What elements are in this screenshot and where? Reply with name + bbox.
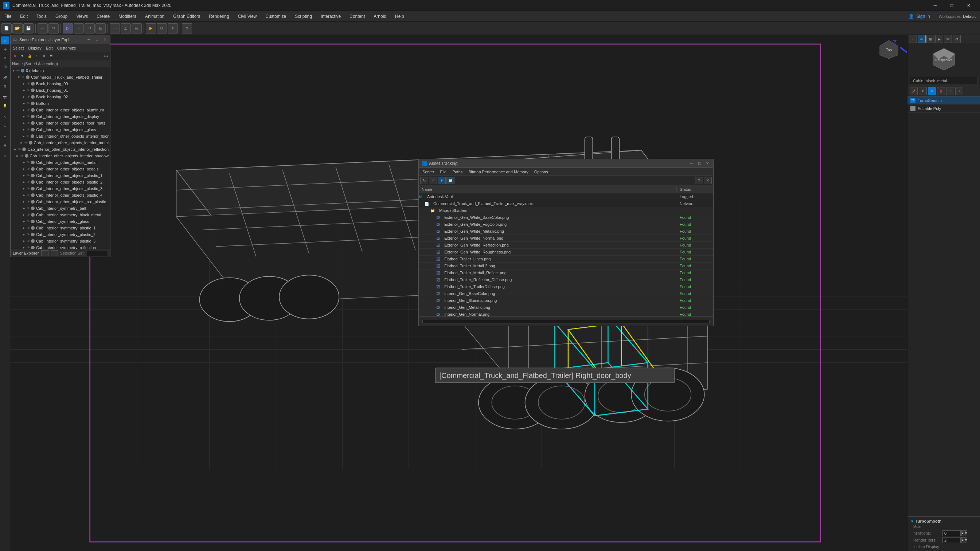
se-list-item[interactable]: ►👁Cab_Interior_other_objects_aluminum: [11, 107, 110, 113]
menu-help[interactable]: Help: [391, 11, 409, 22]
maximize-button[interactable]: □: [943, 0, 960, 11]
se-filter-btn[interactable]: ▼: [19, 53, 25, 59]
menu-civil-view[interactable]: Civil View: [234, 11, 261, 22]
se-list-item[interactable]: ►👁Cab_Interior_other_objects_plastic_3: [11, 185, 110, 192]
isolate-btn[interactable]: ⊙: [1, 152, 9, 160]
utilities-tab-btn[interactable]: ⚙: [953, 35, 961, 43]
at-list-item[interactable]: 🖼 Flatbed_Trailer_Metall_Reflect.png Fou…: [419, 270, 713, 276]
hierarchy-tab-btn[interactable]: ⊞: [926, 35, 934, 43]
show-modifier-btn[interactable]: ▼: [919, 87, 927, 95]
at-list-item[interactable]: 🖼 Exterior_Gen_White_FogColor.png Found: [419, 221, 713, 228]
at-menu-bitmap[interactable]: Bitmap Performance and Memory: [466, 168, 530, 176]
se-list-item[interactable]: ►👁Cab_Interior_other_objects_plastic_4: [11, 192, 110, 198]
se-menu-edit[interactable]: Edit: [45, 46, 54, 50]
menu-views[interactable]: Views: [72, 11, 92, 22]
at-list-item[interactable]: 🖼 Exterior_Gen_White_Metallic.png Found: [419, 228, 713, 235]
se-list-item[interactable]: ►👁Cab_Interior_other_objects_display: [11, 113, 110, 120]
at-help-btn[interactable]: ?: [695, 177, 703, 184]
se-resize-btn[interactable]: ⟺: [102, 53, 109, 59]
render-btn[interactable]: ▶: [146, 23, 156, 33]
modifier-list-view-btn[interactable]: ≡: [928, 87, 936, 95]
select-mode-btn[interactable]: ▷: [1, 37, 9, 44]
at-menu-file[interactable]: File: [438, 168, 449, 176]
at-list-item[interactable]: 🖼 Flatbed_Trailer_Metall.2.png Found: [419, 263, 713, 270]
menu-interactive[interactable]: Interactive: [317, 11, 345, 22]
help-btn[interactable]: ?: [182, 23, 192, 33]
modify-tab-btn[interactable]: ✏: [918, 35, 926, 43]
at-list-item[interactable]: 🏛 Autodesk Vault Logged...: [419, 194, 713, 200]
menu-rendering[interactable]: Rendering: [204, 11, 233, 22]
menu-edit[interactable]: Edit: [16, 11, 32, 22]
unlink-btn[interactable]: ⛓: [1, 82, 9, 91]
iterations-input[interactable]: [942, 530, 961, 536]
at-list-item[interactable]: 🖼 Exterior_Gen_White_Refraction.png Foun…: [419, 242, 713, 249]
paint-btn[interactable]: ✏: [1, 133, 9, 141]
se-list-item[interactable]: ►👁Cab_Interior_other_objects_interior_me…: [11, 140, 110, 146]
at-list-item[interactable]: 🖼 Interior_Gen_BaseColor.png Found: [419, 290, 713, 297]
menu-arnold[interactable]: Arnold: [369, 11, 391, 22]
scale-btn[interactable]: ⊞: [95, 23, 106, 33]
close-button[interactable]: ✕: [960, 0, 977, 11]
menu-scripting[interactable]: Scripting: [291, 11, 317, 22]
menu-animation[interactable]: Animation: [141, 11, 169, 22]
render-setup-btn[interactable]: ⚙: [157, 23, 167, 33]
modifier-editable-poly[interactable]: Editable Poly: [907, 105, 980, 113]
at-refresh-btn[interactable]: ↻: [420, 177, 428, 184]
se-list-item[interactable]: ►👁Cab_interior_symmetry_belt: [11, 205, 110, 211]
at-check-btn[interactable]: ✓: [429, 177, 437, 184]
motion-tab-btn[interactable]: ▶: [935, 35, 943, 43]
at-list-item[interactable]: 🖼 Interior_Gen_Illumination.png Found: [419, 297, 713, 304]
render-iters-spinner[interactable]: ▲▼: [961, 537, 967, 543]
at-close2-btn[interactable]: ✕: [704, 177, 712, 184]
se-sort-btn[interactable]: ↕: [33, 53, 40, 59]
at-list-item[interactable]: 🖼 Flatbed_Trailer_Lines.png Found: [419, 256, 713, 263]
new-btn[interactable]: 📄: [2, 23, 12, 33]
se-menu-customize[interactable]: Customize: [56, 46, 77, 50]
link-btn[interactable]: 🔗: [1, 73, 9, 82]
rotate-btn[interactable]: ↺: [84, 23, 95, 33]
at-list-item[interactable]: 🖼 Flatbed_Trailer_Reflector_Diffuse.png …: [419, 276, 713, 283]
se-list-item[interactable]: ▼👁0 (default): [11, 67, 110, 74]
view-cube-svg[interactable]: Perspective: [929, 45, 958, 74]
se-list-item[interactable]: ►👁Cab_Interior_other_objects_plastic_2: [11, 179, 110, 185]
at-list-item[interactable]: 📁 Maps / Shaders: [419, 207, 713, 214]
se-layers-btn[interactable]: ≡: [41, 53, 48, 59]
at-list-item[interactable]: 🖼 Interior_Gen_Normal.png Found: [419, 311, 713, 316]
se-menu-select[interactable]: Select: [12, 46, 25, 50]
sign-in-button[interactable]: Sign In: [916, 14, 930, 19]
delete-modifier-btn[interactable]: 🗑: [937, 87, 945, 95]
at-list-item[interactable]: 🖼 Interior_Gen_Metallic.png Found: [419, 304, 713, 311]
render-iters-input[interactable]: [942, 537, 961, 543]
se-footer-btn1[interactable]: [41, 250, 48, 256]
se-list-item[interactable]: ►👁Back_housing_02: [11, 94, 110, 100]
se-list-item[interactable]: ►👁Cab_interior_symmetry_glass: [11, 218, 110, 225]
spline-btn[interactable]: ∿: [1, 113, 9, 121]
se-clear-btn[interactable]: ✕: [12, 53, 18, 59]
at-list-item[interactable]: 📄 Commercial_Truck_and_Flatbed_Trailer_m…: [419, 200, 713, 207]
scale-mode-btn[interactable]: ⊞: [1, 63, 9, 71]
move-down-modifier-btn[interactable]: ↓: [955, 87, 963, 95]
se-list-item[interactable]: ►👁Cab_interior_symmetry_reflection: [11, 245, 110, 249]
at-maximize-btn[interactable]: □: [697, 160, 702, 167]
asset-tracking-list[interactable]: 🏛 Autodesk Vault Logged... 📄 Commercial_…: [419, 194, 713, 316]
menu-group[interactable]: Group: [51, 11, 72, 22]
move-btn[interactable]: ✛: [74, 23, 84, 33]
open-btn[interactable]: 📂: [13, 23, 22, 33]
se-list-item[interactable]: ►👁Back_housing_01: [11, 87, 110, 94]
at-menu-options[interactable]: Options: [532, 168, 550, 176]
se-list-item[interactable]: ►👁Cab_interior_symmetry_plastic_1: [11, 225, 110, 231]
schematic-btn[interactable]: ⊞: [1, 141, 9, 149]
se-lock-btn[interactable]: 🔒: [26, 53, 33, 59]
menu-graph-editors[interactable]: Graph Editors: [169, 11, 204, 22]
display-tab-btn[interactable]: 👁: [944, 35, 952, 43]
se-list-item[interactable]: ►👁Cab_Interior_other_objects_metal: [11, 159, 110, 166]
se-menu-display[interactable]: Display: [28, 46, 42, 50]
at-list-item[interactable]: 🖼 Exterior_Gen_White_BaseColor.png Found: [419, 214, 713, 221]
at-minimize-btn[interactable]: ─: [689, 160, 694, 167]
se-minimize-btn[interactable]: ─: [86, 37, 92, 43]
menu-create[interactable]: Create: [92, 11, 114, 22]
viewport-cube[interactable]: Top: [878, 39, 900, 60]
menu-file[interactable]: File: [0, 11, 16, 22]
se-list-item[interactable]: ►👁Cab_interior_other_objects_interior_re…: [11, 146, 110, 152]
se-list-item[interactable]: ►👁Cab_interior_symmetry_plastic_3: [11, 238, 110, 245]
